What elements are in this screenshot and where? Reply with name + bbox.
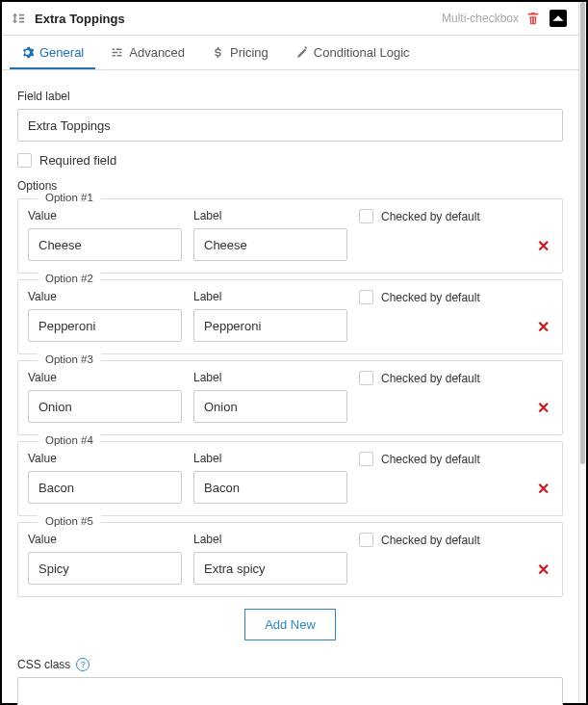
tab-pricing[interactable]: Pricing (200, 36, 280, 69)
option-legend: Option #5 (38, 515, 101, 527)
option-label-label: Label (193, 452, 347, 465)
option-value-input[interactable] (28, 390, 182, 423)
option-value-input[interactable] (28, 228, 182, 261)
tab-bar: General Advanced Pricing Conditional Log… (2, 36, 578, 70)
tab-label: Pricing (230, 45, 268, 60)
option-checked-default-row[interactable]: Checked by default (359, 533, 522, 547)
field-type-label: Multi-checkbox (442, 12, 519, 25)
add-new-button[interactable]: Add New (244, 609, 336, 640)
option-value-label: Value (28, 533, 182, 546)
option-legend: Option #1 (38, 192, 101, 203)
tab-body-general: Field label Required field Options Optio… (2, 70, 578, 705)
tab-advanced[interactable]: Advanced (99, 36, 196, 69)
option-checked-default-label: Checked by default (381, 372, 480, 385)
field-header: Extra Toppings Multi-checkbox (2, 2, 578, 36)
scrollbar-thumb[interactable] (580, 2, 585, 464)
option-block: Option #3ValueLabelChecked by default✕ (17, 360, 563, 435)
drag-handle-icon[interactable] (12, 12, 27, 25)
tab-label: Conditional Logic (314, 45, 410, 60)
option-legend: Option #2 (38, 273, 101, 284)
option-checked-default-checkbox[interactable] (359, 371, 373, 385)
option-checked-default-checkbox[interactable] (359, 452, 373, 466)
option-legend: Option #3 (38, 353, 101, 365)
tab-label: Advanced (129, 45, 185, 60)
required-field-row[interactable]: Required field (17, 153, 563, 168)
option-label-input[interactable] (193, 309, 347, 342)
option-value-label: Value (28, 209, 182, 222)
scrollbar[interactable] (578, 2, 586, 703)
collapse-toggle[interactable] (550, 10, 567, 27)
option-checked-default-row[interactable]: Checked by default (359, 290, 522, 304)
option-block: Option #4ValueLabelChecked by default✕ (17, 441, 563, 516)
tab-label: General (39, 45, 84, 60)
option-checked-default-row[interactable]: Checked by default (359, 209, 522, 223)
option-label-label: Label (193, 209, 347, 222)
option-label-label: Label (193, 371, 347, 384)
option-value-input[interactable] (28, 471, 182, 504)
option-delete-icon[interactable]: ✕ (533, 561, 552, 579)
option-checked-default-row[interactable]: Checked by default (359, 371, 522, 385)
required-field-label: Required field (39, 153, 116, 168)
option-checked-default-checkbox[interactable] (359, 290, 373, 304)
option-legend: Option #4 (38, 434, 101, 446)
field-label-input[interactable] (17, 109, 563, 142)
option-label-input[interactable] (193, 471, 347, 504)
option-value-input[interactable] (28, 552, 182, 585)
option-delete-icon[interactable]: ✕ (533, 480, 552, 498)
editor-panel: Extra Toppings Multi-checkbox General Ad… (0, 0, 588, 705)
option-label-input[interactable] (193, 390, 347, 423)
option-block: Option #5ValueLabelChecked by default✕ (17, 522, 563, 597)
option-checked-default-label: Checked by default (381, 210, 480, 223)
option-checked-default-label: Checked by default (381, 534, 480, 547)
option-checked-default-label: Checked by default (381, 453, 480, 466)
trash-icon[interactable] (526, 12, 542, 25)
option-checked-default-row[interactable]: Checked by default (359, 452, 522, 466)
option-value-input[interactable] (28, 309, 182, 342)
option-label-label: Label (193, 533, 347, 546)
field-title: Extra Toppings (35, 12, 434, 26)
option-checked-default-checkbox[interactable] (359, 209, 373, 223)
options-list: Option #1ValueLabelChecked by default✕Op… (17, 198, 563, 597)
tab-conditional-logic[interactable]: Conditional Logic (284, 36, 422, 69)
option-value-label: Value (28, 371, 182, 384)
field-label-caption: Field label (17, 90, 563, 103)
option-block: Option #1ValueLabelChecked by default✕ (17, 198, 563, 274)
tab-general[interactable]: General (10, 36, 95, 69)
option-label-label: Label (193, 290, 347, 303)
option-block: Option #2ValueLabelChecked by default✕ (17, 279, 563, 354)
options-heading: Options (17, 179, 563, 193)
option-checked-default-checkbox[interactable] (359, 533, 373, 547)
option-label-input[interactable] (193, 228, 347, 261)
option-label-input[interactable] (193, 552, 347, 585)
option-value-label: Value (28, 452, 182, 465)
css-class-caption: CSS class ? (17, 658, 563, 671)
option-checked-default-label: Checked by default (381, 291, 480, 304)
required-field-checkbox[interactable] (17, 153, 32, 168)
option-delete-icon[interactable]: ✕ (533, 237, 552, 255)
option-value-label: Value (28, 290, 182, 303)
help-icon[interactable]: ? (76, 658, 89, 671)
option-delete-icon[interactable]: ✕ (533, 318, 552, 336)
option-delete-icon[interactable]: ✕ (533, 399, 552, 417)
css-class-input[interactable] (17, 677, 563, 705)
